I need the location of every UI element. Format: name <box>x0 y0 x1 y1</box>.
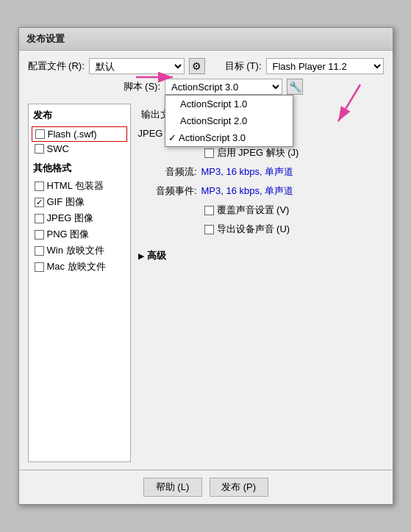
target-select[interactable]: Flash Player 11.2 <box>266 58 384 74</box>
flash-swf-checkbox[interactable] <box>35 129 45 139</box>
png-label: PNG 图像 <box>47 228 90 241</box>
mac-label: Mac 放映文件 <box>47 260 106 273</box>
html-label: HTML 包装器 <box>47 179 104 193</box>
jpeg-label: JPEG 图像 <box>47 212 94 225</box>
export-device-checkbox[interactable] <box>204 225 214 234</box>
win-label: Win 放映文件 <box>47 244 104 257</box>
export-device-label: 导出设备声音 (U) <box>217 223 290 236</box>
audio-stream-value: MP3, 16 kbps, 单声道 <box>201 165 294 179</box>
advanced-row[interactable]: ▶ 高级 <box>138 249 376 262</box>
override-audio-row: 覆盖声音设置 (V) <box>138 204 376 217</box>
swc-checkbox[interactable] <box>35 144 44 154</box>
audio-event-row: 音频事件: MP3, 16 kbps, 单声道 <box>138 184 376 198</box>
audio-stream-label: 音频流: <box>138 165 197 179</box>
target-label: 目标 (T): <box>225 60 262 73</box>
config-select[interactable]: 默认 <box>89 58 185 74</box>
enable-jpeg-row: 启用 JPEG 解块 (J) <box>138 146 376 159</box>
script-row: → 脚本 (S): ActionScript 3.0 ActionScript … <box>28 79 384 95</box>
dialog-footer: 帮助 (L) 发布 (P) <box>19 470 393 504</box>
flash-swf-label: Flash (.swf) <box>48 129 97 140</box>
triangle-icon: ▶ <box>138 252 144 260</box>
config-row: 配置文件 (R): 默认 ⚙ 目标 (T): Flash Player 11.2 <box>28 58 384 74</box>
right-panel: 输出文件 (F): 说话抬头1.swf JPEG 品质 (Q): 80 启用 J… <box>131 104 384 462</box>
script-select-wrapper: ActionScript 3.0 ActionScript 1.0 Action… <box>165 79 282 95</box>
win-checkbox[interactable] <box>35 246 44 256</box>
mac-projector-item[interactable]: Mac 放映文件 <box>32 259 127 275</box>
dropdown-item-as3[interactable]: ActionScript 3.0 <box>165 129 293 146</box>
override-audio-label: 覆盖声音设置 (V) <box>217 204 290 217</box>
swc-label: SWC <box>47 143 69 154</box>
audio-stream-row: 音频流: MP3, 16 kbps, 单声道 <box>138 165 376 179</box>
wrench-button[interactable]: 🔧 <box>287 79 303 95</box>
win-projector-item[interactable]: Win 放映文件 <box>32 242 127 259</box>
publish-button[interactable]: 发布 (P) <box>210 478 268 497</box>
wrench-icon: 🔧 <box>289 81 301 93</box>
other-formats-title: 其他格式 <box>32 162 127 175</box>
gear-icon: ⚙ <box>192 60 201 72</box>
swc-item[interactable]: SWC <box>32 142 127 156</box>
audio-event-label: 音频事件: <box>138 184 197 198</box>
png-checkbox[interactable] <box>35 230 44 240</box>
advanced-label: 高级 <box>147 249 166 262</box>
script-label: 脚本 (S): <box>124 80 161 93</box>
enable-jpeg-label: 启用 JPEG 解块 (J) <box>217 146 299 159</box>
top-section: 配置文件 (R): 默认 ⚙ 目标 (T): Flash Player 11.2… <box>28 58 384 95</box>
export-device-row: 导出设备声音 (U) <box>138 223 376 236</box>
jpeg-item[interactable]: JPEG 图像 <box>32 210 127 226</box>
main-content: 发布 Flash (.swf) SWC 其他格式 HTML 包装器 GIF 图像 <box>28 104 384 462</box>
help-button[interactable]: 帮助 (L) <box>143 478 202 497</box>
gif-item[interactable]: GIF 图像 <box>32 194 127 210</box>
html-wrapper-item[interactable]: HTML 包装器 <box>32 178 127 194</box>
publish-section-title: 发布 <box>32 109 127 122</box>
gif-checkbox[interactable] <box>35 198 44 207</box>
dialog-title: 发布设置 <box>19 28 393 51</box>
dropdown-item-as1[interactable]: ActionScript 1.0 <box>165 96 293 112</box>
html-checkbox[interactable] <box>35 181 44 191</box>
script-dropdown-menu: ActionScript 1.0 ActionScript 2.0 Action… <box>165 95 293 147</box>
override-audio-checkbox[interactable] <box>204 206 214 215</box>
mac-checkbox[interactable] <box>35 262 44 272</box>
gif-label: GIF 图像 <box>47 195 85 209</box>
png-item[interactable]: PNG 图像 <box>32 226 127 242</box>
jpeg-checkbox[interactable] <box>35 214 44 223</box>
audio-event-value: MP3, 16 kbps, 单声道 <box>201 184 294 198</box>
gear-button[interactable]: ⚙ <box>189 58 205 74</box>
config-label: 配置文件 (R): <box>28 60 85 73</box>
flash-swf-item[interactable]: Flash (.swf) <box>32 126 127 142</box>
dropdown-item-as2[interactable]: ActionScript 2.0 <box>165 112 293 129</box>
left-panel: 发布 Flash (.swf) SWC 其他格式 HTML 包装器 GIF 图像 <box>28 104 131 462</box>
enable-jpeg-checkbox[interactable] <box>204 148 214 158</box>
script-select[interactable]: ActionScript 3.0 <box>165 79 282 95</box>
publish-settings-dialog: 发布设置 配置文件 (R): 默认 ⚙ 目标 (T): Flash Player… <box>18 27 393 505</box>
dialog-body: 配置文件 (R): 默认 ⚙ 目标 (T): Flash Player 11.2… <box>19 51 393 470</box>
